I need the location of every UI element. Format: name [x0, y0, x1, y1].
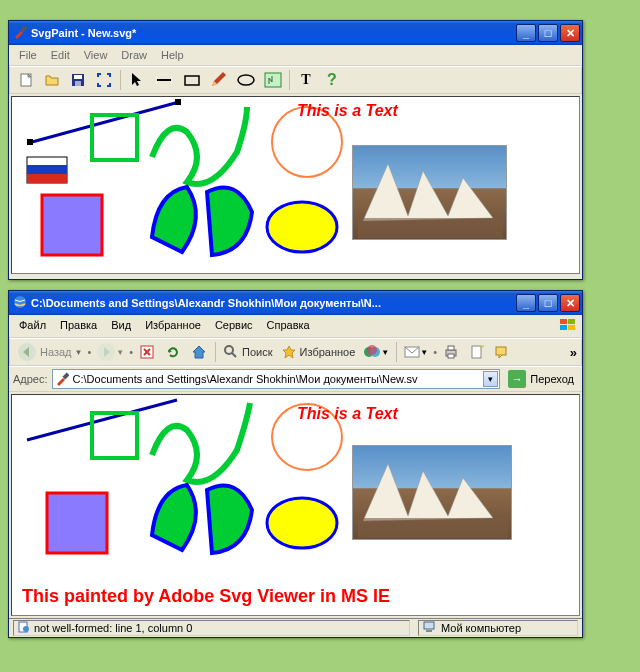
- svg-rect-49: [426, 630, 432, 632]
- svg-text: This is a Text: [297, 405, 398, 423]
- embedded-image: [352, 145, 507, 240]
- svgpaint-menubar: File Edit View Draw Help: [9, 45, 582, 66]
- text-icon[interactable]: T: [294, 69, 318, 91]
- image-icon[interactable]: [261, 69, 285, 91]
- ie-menubar: Файл Правка Вид Избранное Сервис Справка: [9, 315, 582, 338]
- svg-line-9: [32, 102, 179, 142]
- svg-rect-19: [358, 218, 503, 238]
- chevron-icon[interactable]: »: [570, 345, 577, 360]
- minimize-button[interactable]: _: [516, 24, 536, 42]
- help-icon[interactable]: ?: [320, 69, 344, 91]
- pointer-icon[interactable]: [125, 69, 149, 91]
- svg-line-29: [232, 353, 236, 357]
- svgpaint-toolbar: T ?: [9, 66, 582, 94]
- svgpaint-title: SvgPaint - New.svg*: [31, 27, 516, 39]
- new-file-icon[interactable]: [14, 69, 38, 91]
- svg-rect-6: [185, 76, 199, 85]
- separator: [396, 342, 397, 362]
- minimize-button[interactable]: _: [516, 294, 536, 312]
- svg-rect-15: [27, 174, 67, 183]
- separator: [289, 70, 290, 90]
- home-icon[interactable]: [187, 341, 211, 363]
- windows-flag-icon: [558, 317, 578, 335]
- ie-statusbar: not well-formed: line 1, column 0 Мой ко…: [9, 618, 582, 636]
- viewer-caption: This painted by Adobe Svg Viewer in MS I…: [22, 586, 390, 607]
- svg-point-32: [367, 345, 377, 355]
- svg-rect-4: [75, 81, 81, 86]
- line-icon[interactable]: [151, 69, 177, 91]
- ie-icon: [13, 295, 27, 311]
- svg-rect-16: [42, 195, 102, 255]
- back-button[interactable]: Назад ▼: [14, 341, 85, 363]
- svg-rect-48: [424, 622, 434, 629]
- menu-edit[interactable]: Правка: [54, 317, 103, 335]
- svgpaint-window: SvgPaint - New.svg* _ □ ✕ File Edit View…: [8, 20, 583, 280]
- canvas-text: This is a Text: [297, 102, 398, 120]
- separator: [120, 70, 121, 90]
- print-icon[interactable]: [439, 341, 463, 363]
- close-button[interactable]: ✕: [560, 294, 580, 312]
- media-icon[interactable]: ▼: [360, 341, 392, 363]
- svg-rect-21: [560, 319, 567, 324]
- go-button[interactable]: → Переход: [504, 369, 578, 389]
- address-input[interactable]: [52, 369, 501, 389]
- address-bar: Адрес: ▾ → Переход: [9, 366, 582, 392]
- search-button[interactable]: Поиск: [220, 341, 275, 363]
- menu-favorites[interactable]: Избранное: [139, 317, 207, 335]
- mail-icon[interactable]: ▼: [401, 341, 431, 363]
- svg-rect-45: [358, 518, 508, 538]
- ie-viewport[interactable]: This is a Text This painted by Adobe Svg…: [11, 394, 580, 616]
- svg-rect-23: [560, 325, 567, 330]
- svg-point-47: [23, 626, 29, 632]
- menu-view[interactable]: View: [78, 47, 114, 63]
- page-icon: [18, 621, 30, 635]
- svg-rect-8: [265, 73, 281, 87]
- menu-tools[interactable]: Сервис: [209, 317, 259, 335]
- menu-file[interactable]: File: [13, 47, 43, 63]
- discuss-icon[interactable]: [491, 341, 515, 363]
- edit-icon[interactable]: [465, 341, 489, 363]
- svg-point-7: [238, 75, 254, 85]
- ie-window: C:\Documents and Settings\Alexandr Shokh…: [8, 290, 583, 638]
- svg-rect-24: [568, 325, 575, 330]
- svg-rect-3: [74, 75, 82, 79]
- svg-rect-12: [92, 115, 137, 160]
- svg-rect-42: [47, 493, 107, 553]
- stop-icon[interactable]: [135, 341, 159, 363]
- forward-button[interactable]: ▼: [93, 341, 127, 363]
- fullscreen-icon[interactable]: [92, 69, 116, 91]
- ie-titlebar[interactable]: C:\Documents and Settings\Alexandr Shokh…: [9, 291, 582, 315]
- ellipse-icon[interactable]: [233, 69, 259, 91]
- separator: [215, 342, 216, 362]
- brush-icon: [13, 25, 27, 41]
- favorites-button[interactable]: Избранное: [278, 341, 359, 363]
- computer-icon: [423, 621, 437, 635]
- refresh-icon[interactable]: [161, 341, 185, 363]
- svg-point-28: [225, 346, 233, 354]
- menu-edit[interactable]: Edit: [45, 47, 76, 63]
- dropdown-icon[interactable]: ▾: [483, 371, 498, 387]
- open-folder-icon[interactable]: [40, 69, 64, 91]
- ie-toolbar: Назад ▼ • ▼ • Поиск Избранное ▼ ▼ • »: [9, 338, 582, 366]
- menu-view[interactable]: Вид: [105, 317, 137, 335]
- svg-point-44: [267, 498, 337, 548]
- pencil-icon[interactable]: [207, 69, 231, 91]
- close-button[interactable]: ✕: [560, 24, 580, 42]
- svg-point-18: [267, 202, 337, 252]
- status-message: not well-formed: line 1, column 0: [13, 620, 410, 636]
- menu-help[interactable]: Help: [155, 47, 190, 63]
- menu-help[interactable]: Справка: [261, 317, 316, 335]
- svgpaint-canvas[interactable]: This is a Text: [11, 96, 580, 274]
- svgpaint-titlebar[interactable]: SvgPaint - New.svg* _ □ ✕: [9, 21, 582, 45]
- brush-icon: [55, 372, 69, 388]
- window-controls: _ □ ✕: [516, 294, 580, 312]
- svg-rect-36: [448, 354, 454, 358]
- rect-icon[interactable]: [179, 69, 205, 91]
- menu-draw[interactable]: Draw: [115, 47, 153, 63]
- maximize-button[interactable]: □: [538, 294, 558, 312]
- maximize-button[interactable]: □: [538, 24, 558, 42]
- svg-rect-37: [472, 346, 481, 358]
- flag-icon: [27, 157, 67, 183]
- save-icon[interactable]: [66, 69, 90, 91]
- menu-file[interactable]: Файл: [13, 317, 52, 335]
